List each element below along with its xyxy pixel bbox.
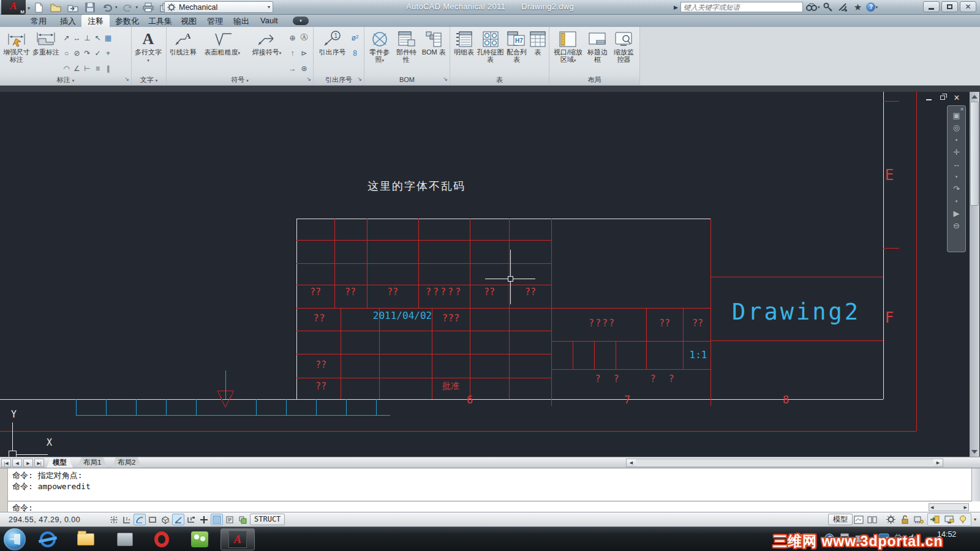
mtext-button[interactable]: A 多行文字▾ [134, 29, 162, 64]
panel-footer-symbols[interactable]: 符号 ▾↘ [167, 75, 313, 85]
symbol-tool-icon[interactable]: ⊕ [287, 30, 298, 45]
command-vertical-scrollbar[interactable] [971, 468, 980, 501]
command-line-window[interactable]: 命令: 指定对角点: 命令: ampoweredit 命令: ◀▶ [0, 468, 980, 512]
tab-home[interactable]: 常用 [24, 15, 53, 27]
hardware-acceleration-button[interactable] [913, 514, 925, 525]
symbol-tool-icon[interactable]: → [287, 61, 298, 76]
scroll-up-icon[interactable] [971, 95, 978, 99]
panel-footer-bom[interactable]: BOM↘ [364, 75, 450, 85]
dim-tool-icon[interactable]: ⊢ [82, 61, 92, 76]
quick-properties-button[interactable] [224, 514, 236, 525]
panel-footer-dimension[interactable]: 标注 ▾↘ [0, 75, 131, 85]
tray-bulb-icon[interactable] [957, 514, 969, 525]
dialog-launcher-icon[interactable]: ↘ [443, 75, 448, 84]
panel-footer-text[interactable]: 文字 ▾ [132, 75, 166, 85]
minimize-button[interactable] [923, 1, 940, 12]
tab-layout1[interactable]: 布局1 [77, 457, 107, 468]
command-horizontal-scrollbar[interactable]: ◀▶ [929, 503, 969, 511]
dim-tool-icon[interactable]: ↗ [61, 30, 72, 45]
panel-footer-layout[interactable]: 布局 [549, 75, 639, 85]
tab-manage[interactable]: 管理 [201, 15, 229, 27]
start-button[interactable] [4, 528, 26, 550]
dynamic-ucs-button[interactable] [185, 514, 197, 525]
power-dimension-button[interactable]: 增强尺寸标注 [2, 29, 31, 63]
lineweight-button[interactable] [211, 514, 223, 525]
favorites-star-icon[interactable]: ★ [851, 2, 864, 12]
dim-tool-icon[interactable]: ↔ [72, 30, 82, 45]
autocad-taskbar-button[interactable]: A [221, 528, 255, 550]
last-layout-button[interactable]: ▶| [34, 459, 44, 467]
infer-constraints-button[interactable] [134, 514, 146, 525]
table-button[interactable]: 表 [529, 29, 546, 56]
orbit-icon[interactable]: ↷ [953, 186, 960, 193]
full-navigation-wheel-icon[interactable]: ◎ [953, 124, 960, 132]
leader-note-button[interactable]: A 引线注释 [169, 29, 197, 56]
tab-output[interactable]: 输出 [227, 15, 255, 27]
snap-mode-button[interactable] [108, 514, 120, 525]
layout-quickview-button[interactable] [853, 514, 865, 525]
model-space-button[interactable]: 模型 [828, 514, 853, 525]
grid-display-button[interactable] [121, 514, 133, 525]
tab-view[interactable]: 视图 [175, 15, 203, 27]
opera-icon[interactable] [149, 530, 174, 549]
tab-toolsets[interactable]: 工具集 [142, 15, 178, 27]
doc-minimize-button[interactable] [924, 94, 933, 102]
ortho-mode-button[interactable] [146, 514, 159, 525]
surface-texture-button[interactable]: 表面粗糙度▾ [198, 29, 246, 57]
dialog-launcher-icon[interactable]: ↘ [124, 75, 129, 84]
workspace-gear-button[interactable] [884, 514, 897, 525]
infocenter-collapse-icon[interactable]: ▶ [674, 4, 678, 10]
window-app-icon[interactable] [113, 530, 137, 549]
fits-list-button[interactable]: H7 配合列表 [505, 29, 528, 63]
internet-explorer-icon[interactable] [36, 530, 60, 549]
showmotion-icon[interactable]: ▶ [954, 210, 960, 217]
scroll-left-icon[interactable]: ◀ [930, 504, 933, 511]
dim-tool-icon[interactable]: ⊥ [82, 30, 92, 45]
zoom-monitor-button[interactable]: 缩放监控器 [611, 29, 637, 63]
doc-close-button[interactable]: × [952, 94, 962, 102]
tray-dropdown-icon[interactable]: ▾ [974, 517, 976, 522]
doc-restore-button[interactable] [938, 94, 948, 102]
chevron-down-icon[interactable]: ▾ [956, 173, 958, 181]
dim-tool-icon[interactable]: ⊘ [72, 45, 82, 61]
help-dropdown-icon[interactable]: ▾ [875, 5, 878, 10]
dim-tool-icon[interactable]: ∠ [72, 61, 82, 76]
tab-insert[interactable]: 插入 [54, 15, 82, 27]
dim-tool-icon[interactable]: ◠ [61, 61, 72, 76]
contacts-app-icon[interactable] [187, 530, 212, 549]
clean-screen-button[interactable] [929, 514, 941, 525]
subscription-key-icon[interactable] [822, 2, 834, 12]
next-layout-button[interactable]: ▶ [23, 459, 33, 467]
dim-tool-icon[interactable]: ✓ [92, 45, 103, 61]
search-icon[interactable] [805, 2, 818, 12]
panel-footer-balloon[interactable]: 引出序号↘ [314, 75, 364, 85]
restore-button[interactable] [941, 1, 958, 12]
ribbon-minimize-button[interactable]: ▾ [293, 17, 309, 25]
navigation-bar[interactable]: ✕ ▣ ◎ ▾ ✛ ↔ ▾ ↷ ▾ ▶ ⊖ [947, 105, 966, 252]
viewcube-icon[interactable]: ▣ [952, 112, 960, 119]
multiple-dimension-button[interactable]: 多重标注 [32, 29, 60, 56]
search-dropdown-icon[interactable]: ▾ [818, 5, 820, 10]
chevron-down-icon[interactable]: ▾ [956, 137, 958, 144]
welding-symbol-button[interactable]: 焊接符号▾ [247, 29, 286, 57]
dim-tool-icon[interactable]: ∥ [103, 61, 113, 76]
part-reference-button[interactable]: 零件参照▾ [367, 29, 393, 64]
chevron-down-icon[interactable]: ▾ [956, 198, 958, 205]
layer-tools-button[interactable] [236, 514, 249, 525]
collapse-icon[interactable]: ⊖ [953, 222, 960, 230]
command-window-grip[interactable] [0, 468, 8, 512]
balloon-tool-icon[interactable]: ø² [350, 30, 360, 45]
tab-annotate[interactable]: 注释 [81, 15, 110, 27]
scroll-right-icon[interactable]: ▶ [933, 459, 943, 467]
viewport-zoom-area-button[interactable]: 视口/缩放区域▾ [552, 29, 584, 64]
zoom-extents-icon[interactable]: ↔ [952, 161, 960, 168]
drawing-quickview-button[interactable] [866, 514, 878, 525]
help-icon[interactable]: ? [866, 2, 875, 12]
search-input[interactable] [680, 2, 803, 12]
dim-tool-icon[interactable]: ↖ [92, 30, 103, 45]
symbol-tool-icon[interactable]: ⊛ [299, 61, 309, 76]
first-layout-button[interactable]: |◀ [1, 459, 11, 467]
dim-tool-icon[interactable]: ↷ [82, 45, 92, 61]
toolbar-lock-button[interactable] [899, 514, 911, 525]
balloon-button[interactable]: 1 引出序号 [316, 29, 349, 56]
